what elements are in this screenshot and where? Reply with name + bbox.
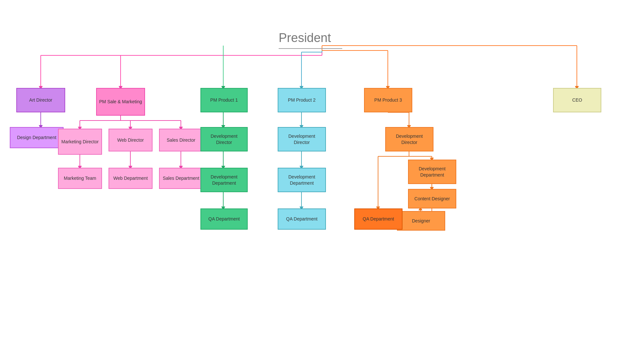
ceo-node[interactable]: CEO — [553, 88, 601, 112]
pm-sale-marketing-node[interactable]: PM Sale & Marketing — [96, 88, 145, 116]
content-designer-node[interactable]: Content Designer — [408, 189, 456, 208]
president-label: President — [279, 31, 331, 45]
sales-director-node[interactable]: Sales Director — [159, 129, 203, 151]
dev-dept3-node[interactable]: Development Department — [408, 160, 456, 184]
designer-node[interactable]: Designer — [397, 211, 445, 231]
qa-dept1-node[interactable]: QA Department — [200, 208, 248, 230]
president-underline — [279, 48, 342, 49]
marketing-team-node[interactable]: Marketing Team — [58, 168, 102, 189]
dev-director1-node[interactable]: Development Director — [200, 127, 248, 151]
dev-director2-node[interactable]: Development Director — [278, 127, 326, 151]
qa-dept2-node[interactable]: QA Department — [278, 208, 326, 230]
design-dept-node[interactable]: Design Department — [10, 127, 64, 148]
web-director-node[interactable]: Web Director — [109, 129, 153, 151]
sales-dept-node[interactable]: Sales Department — [159, 168, 203, 189]
dev-dept2-node[interactable]: Development Department — [278, 168, 326, 192]
pm-product1-node[interactable]: PM Product 1 — [200, 88, 248, 112]
dev-director3-node[interactable]: Development Director — [385, 127, 433, 151]
dev-dept1-node[interactable]: Development Department — [200, 168, 248, 192]
web-dept-node[interactable]: Web Department — [109, 168, 153, 189]
art-director-node[interactable]: Art Director — [16, 88, 65, 112]
qa-dept3-node[interactable]: QA Department — [354, 208, 402, 230]
marketing-director-node[interactable]: Marketing Director — [58, 129, 102, 155]
pm-product3-node[interactable]: PM Product 3 — [364, 88, 412, 112]
org-chart: President Art Director Design Department… — [0, 0, 644, 342]
pm-product2-node[interactable]: PM Product 2 — [278, 88, 326, 112]
